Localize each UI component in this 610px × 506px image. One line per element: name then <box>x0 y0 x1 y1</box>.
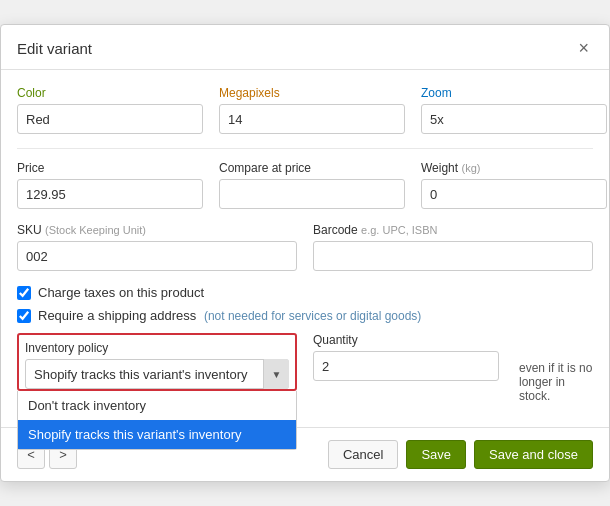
barcode-label: Barcode e.g. UPC, ISBN <box>313 223 593 237</box>
color-group: Color <box>17 86 203 134</box>
zoom-input[interactable] <box>421 104 607 134</box>
price-label: Price <box>17 161 203 175</box>
divider-1 <box>17 148 593 149</box>
price-group: Price <box>17 161 203 209</box>
zoom-group: Zoom <box>421 86 607 134</box>
sku-group: SKU (Stock Keeping Unit) <box>17 223 297 271</box>
megapixels-input[interactable] <box>219 104 405 134</box>
save-and-close-button[interactable]: Save and close <box>474 440 593 469</box>
megapixels-group: Megapixels <box>219 86 405 134</box>
save-button[interactable]: Save <box>406 440 466 469</box>
dropdown-item-dont-track[interactable]: Don't track inventory <box>18 391 296 420</box>
require-shipping-row: Require a shipping address (not needed f… <box>17 308 593 323</box>
quantity-input[interactable] <box>313 351 499 381</box>
barcode-group: Barcode e.g. UPC, ISBN <box>313 223 593 271</box>
inventory-dropdown-list: Don't track inventory Shopify tracks thi… <box>17 391 297 450</box>
compare-at-price-input[interactable] <box>219 179 405 209</box>
inventory-select-wrapper: Shopify tracks this variant's inventory … <box>25 359 289 389</box>
weight-label: Weight (kg) <box>421 161 607 175</box>
charge-taxes-checkbox[interactable] <box>17 286 31 300</box>
dropdown-item-shopify-tracks[interactable]: Shopify tracks this variant's inventory <box>18 420 296 449</box>
inventory-policy-select[interactable]: Shopify tracks this variant's inventory … <box>25 359 289 389</box>
charge-taxes-row: Charge taxes on this product <box>17 285 593 300</box>
require-shipping-label: Require a shipping address (not needed f… <box>38 308 421 323</box>
sku-label: SKU (Stock Keeping Unit) <box>17 223 297 237</box>
color-label: Color <box>17 86 203 100</box>
zoom-label: Zoom <box>421 86 607 100</box>
row-price-compare-weight: Price Compare at price Weight (kg) <box>17 161 593 209</box>
megapixels-label: Megapixels <box>219 86 405 100</box>
charge-taxes-label: Charge taxes on this product <box>38 285 204 300</box>
compare-at-price-label: Compare at price <box>219 161 405 175</box>
quantity-label: Quantity <box>313 333 499 347</box>
inventory-policy-group: Inventory policy Shopify tracks this var… <box>17 333 297 391</box>
edit-variant-dialog: Edit variant × Color Megapixels Zoom Pri… <box>0 24 610 482</box>
close-button[interactable]: × <box>574 37 593 59</box>
color-input[interactable] <box>17 104 203 134</box>
inventory-section: Inventory policy Shopify tracks this var… <box>17 333 593 403</box>
footer-actions: Cancel Save Save and close <box>328 440 593 469</box>
sku-input[interactable] <box>17 241 297 271</box>
quantity-group: Quantity <box>313 333 499 381</box>
require-shipping-checkbox[interactable] <box>17 309 31 323</box>
inventory-bordered-box: Inventory policy Shopify tracks this var… <box>17 333 297 391</box>
dialog-title: Edit variant <box>17 40 92 57</box>
price-input[interactable] <box>17 179 203 209</box>
inventory-note: even if it is no longer in stock. <box>515 333 593 403</box>
dialog-header: Edit variant × <box>1 25 609 70</box>
compare-at-price-group: Compare at price <box>219 161 405 209</box>
weight-input[interactable] <box>421 179 607 209</box>
barcode-input[interactable] <box>313 241 593 271</box>
row-color-megapixels-zoom: Color Megapixels Zoom <box>17 86 593 134</box>
cancel-button[interactable]: Cancel <box>328 440 398 469</box>
inventory-policy-label: Inventory policy <box>25 341 289 355</box>
dialog-body: Color Megapixels Zoom Price Compare at p… <box>1 70 609 411</box>
weight-group: Weight (kg) <box>421 161 607 209</box>
row-sku-barcode: SKU (Stock Keeping Unit) Barcode e.g. UP… <box>17 223 593 271</box>
